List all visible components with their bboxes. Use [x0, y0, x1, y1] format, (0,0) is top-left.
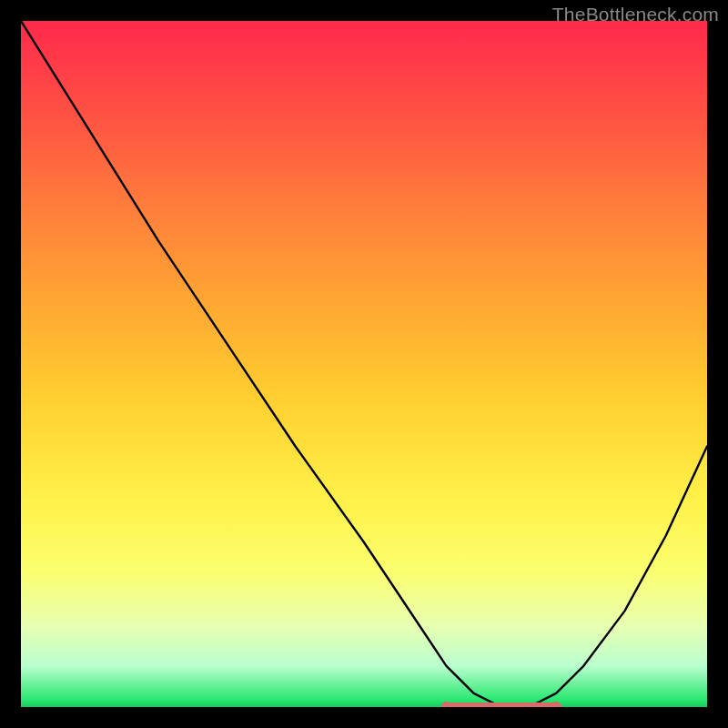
- chart-frame: TheBottleneck.com: [0, 0, 728, 728]
- optimal-segment-right-dot: [551, 702, 561, 707]
- watermark-text: TheBottleneck.com: [552, 4, 719, 25]
- optimal-segment-left-dot: [441, 702, 452, 707]
- bottleneck-curve-path: [21, 21, 707, 707]
- plot-area: [21, 21, 707, 707]
- chart-svg: [21, 21, 707, 707]
